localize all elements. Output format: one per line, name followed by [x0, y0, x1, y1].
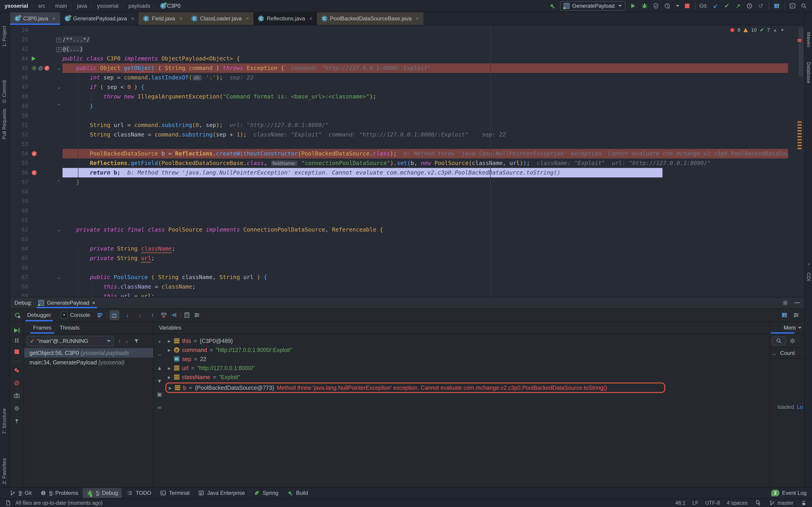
vcs-update-icon[interactable]: ↙ — [712, 2, 719, 9]
variable-row[interactable]: ▸className="Exploit" — [165, 373, 769, 382]
gutter[interactable] — [30, 291, 55, 297]
code-line[interactable]: 56✓ return b; b: Method threw 'java.lang… — [10, 168, 788, 177]
gutter[interactable] — [30, 196, 55, 206]
variable-row[interactable]: ▸this={C3P0@489} — [165, 336, 769, 345]
gutter[interactable] — [30, 234, 55, 244]
settings-gear-icon[interactable] — [13, 405, 20, 412]
toolwindow-button-build[interactable]: Build — [283, 488, 312, 498]
settings-gear-icon[interactable] — [789, 337, 796, 344]
gutter[interactable] — [30, 253, 55, 263]
code-line[interactable]: 55 Reflections.getField(PoolBackedDataSo… — [10, 159, 788, 168]
gutter[interactable]: ✓ — [30, 168, 55, 177]
code-line[interactable]: 52 String className = command.substring(… — [10, 130, 788, 139]
code-line[interactable]: 44public class C3P0 implements ObjectPay… — [10, 54, 788, 63]
view-breakpoints-icon[interactable] — [13, 367, 20, 374]
code-line[interactable]: 59 — [10, 196, 788, 206]
code-line[interactable]: 41+@{...} — [10, 44, 788, 54]
code-line[interactable]: 60 — [10, 206, 788, 216]
fold-marker[interactable]: ⌄ — [55, 82, 62, 92]
editor-tab[interactable]: CPoolBackedDataSourceBase.java× — [317, 12, 423, 25]
memory-col-class[interactable]: .. — [773, 350, 775, 356]
line-ending[interactable]: LF — [692, 500, 699, 506]
run-to-cursor-icon[interactable] — [170, 312, 177, 319]
gutter[interactable] — [30, 111, 55, 120]
memory-tab[interactable]: Mem — [770, 322, 804, 334]
close-icon[interactable]: × — [309, 15, 312, 22]
vcs-commit-icon[interactable]: ✔ — [723, 2, 730, 9]
gutter[interactable] — [30, 120, 55, 130]
breadcrumb-item[interactable]: ysoserial — [5, 3, 28, 9]
code-line[interactable]: 58 — [10, 187, 788, 196]
code-editor[interactable]: 2425+/**...*/41+@{...}44public class C3P… — [10, 25, 804, 297]
profiler-icon[interactable] — [664, 2, 671, 9]
gutter[interactable] — [30, 187, 55, 196]
restore-layout-icon[interactable] — [781, 312, 788, 319]
sidebar-item-structure[interactable]: 7: Structure — [1, 408, 7, 434]
fold-marker[interactable]: ⌄ — [55, 63, 62, 73]
code-line[interactable]: 54✓ PoolBackedDataSource b = Reflections… — [10, 149, 788, 159]
code-line[interactable]: 48 throw new IllegalArgumentException("C… — [10, 92, 788, 101]
hide-panel-icon[interactable]: — — [794, 299, 800, 306]
editor-tab[interactable]: CClassLoader.java× — [187, 12, 254, 25]
toolwindow-button-terminal[interactable]: Terminal — [156, 488, 193, 498]
fold-marker[interactable] — [55, 282, 62, 291]
add-watch-icon[interactable]: + — [158, 339, 161, 345]
code-line[interactable]: 45↑@✓⌄ public Object getObject ( String … — [10, 63, 788, 73]
gutter[interactable]: ↑@✓ — [30, 63, 55, 73]
gutter[interactable] — [30, 263, 55, 273]
stack-frame-row[interactable]: main:34, GeneratePayload (ysoserial) — [24, 357, 153, 367]
gutter[interactable] — [30, 225, 55, 234]
vcs-history-icon[interactable] — [746, 2, 753, 9]
fold-marker[interactable] — [55, 234, 62, 244]
memory-search-input[interactable] — [772, 336, 786, 345]
stop-icon[interactable] — [13, 348, 20, 355]
code-line[interactable]: 67⌄ public PoolSource ( String className… — [10, 273, 788, 282]
fold-marker[interactable] — [55, 120, 62, 130]
pin-tab-icon[interactable] — [13, 417, 20, 425]
file-settings-icon[interactable] — [754, 499, 762, 507]
close-icon[interactable]: × — [131, 15, 134, 22]
drop-frame-icon[interactable] — [160, 312, 167, 319]
memory-col-count[interactable]: Count — [780, 350, 795, 356]
overrides-icon[interactable]: ↑ — [32, 66, 37, 71]
fold-marker[interactable]: ⌄ — [55, 273, 62, 282]
step-over-icon[interactable] — [109, 310, 119, 320]
editor-tab[interactable]: CField.java× — [139, 12, 187, 25]
gutter[interactable] — [30, 92, 55, 101]
fold-marker[interactable] — [55, 149, 62, 159]
code-line[interactable]: 49⌃ } — [10, 101, 788, 111]
thread-dump-icon[interactable] — [13, 392, 20, 399]
code-line[interactable]: 57⌃ } — [10, 177, 788, 187]
fold-marker[interactable]: ⌄ — [55, 225, 62, 234]
fold-marker[interactable] — [55, 139, 62, 149]
fold-marker[interactable] — [55, 92, 62, 101]
code-line[interactable]: 50 — [10, 111, 788, 120]
fold-marker[interactable] — [55, 159, 62, 168]
expand-chevron-icon[interactable]: ▸ — [167, 338, 171, 344]
frame-down-icon[interactable]: ↓ — [125, 338, 128, 344]
evaluate-watch-icon[interactable]: ∞ — [157, 404, 161, 410]
breadcrumb-item[interactable]: main — [55, 3, 67, 9]
gutter[interactable] — [30, 35, 55, 44]
search-everywhere-icon[interactable] — [800, 2, 807, 9]
breadcrumb-item[interactable]: C3P0 — [167, 3, 181, 9]
fold-marker[interactable]: ⌃ — [55, 101, 62, 111]
fold-marker[interactable] — [55, 216, 62, 225]
tab-debugger[interactable]: Debugger — [23, 309, 55, 322]
gutter[interactable] — [30, 73, 55, 82]
close-icon[interactable]: × — [246, 15, 249, 22]
gutter[interactable] — [30, 54, 55, 63]
toolwindow-button-javaenterprise[interactable]: Java Enterprise — [194, 488, 249, 498]
tab-frames[interactable]: Frames — [30, 322, 55, 334]
inspections-widget[interactable]: 8 10 ✔ 7 ▲ ▼ — [730, 27, 784, 33]
settings-gear-icon[interactable] — [782, 299, 789, 306]
breadcrumb-item[interactable]: payloads — [129, 3, 150, 9]
sidebar-item-project[interactable]: 1: Project — [1, 26, 7, 47]
fold-marker[interactable] — [55, 206, 62, 216]
toolwindow-button-problems[interactable]: 6: Problems — [36, 488, 82, 498]
sidebar-item-commit[interactable]: 0: Commit — [1, 80, 7, 103]
stack-frame-row[interactable]: getObject:56, C3P0 (ysoserial.payloads — [24, 348, 153, 357]
fold-marker[interactable] — [55, 187, 62, 196]
breadcrumb[interactable]: ysoserial〉src〉main〉java〉ysoserial〉payloa… — [5, 3, 181, 9]
filter-icon[interactable] — [133, 337, 140, 345]
